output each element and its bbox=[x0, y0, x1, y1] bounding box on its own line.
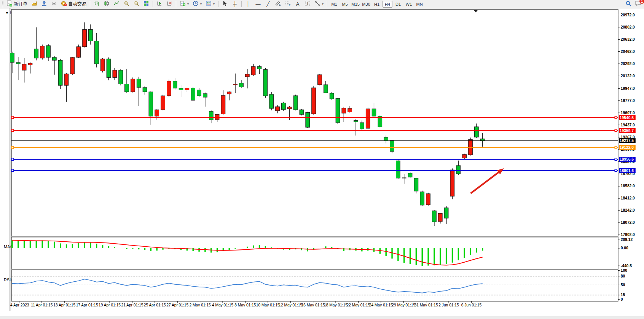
candle-body[interactable] bbox=[83, 30, 87, 47]
line-chart-mode-button[interactable] bbox=[112, 0, 121, 8]
tile-windows-button[interactable] bbox=[141, 0, 151, 8]
candle-body[interactable] bbox=[155, 110, 159, 116]
candle-body[interactable] bbox=[173, 81, 177, 88]
candle-body[interactable] bbox=[360, 123, 364, 129]
candle-body[interactable] bbox=[131, 79, 135, 92]
candle-body[interactable] bbox=[390, 140, 394, 152]
timeframe-button-h1[interactable]: H1 bbox=[372, 1, 382, 8]
candle-body[interactable] bbox=[420, 192, 424, 205]
candle-body[interactable] bbox=[209, 112, 213, 120]
candle-body[interactable] bbox=[287, 107, 292, 109]
candle-body[interactable] bbox=[70, 57, 75, 74]
candle-body[interactable] bbox=[330, 93, 334, 99]
candle-body[interactable] bbox=[100, 59, 105, 71]
vertical-line-tool-button[interactable]: │ bbox=[243, 0, 253, 8]
candle-body[interactable] bbox=[46, 46, 51, 57]
zoom-in-button[interactable] bbox=[121, 0, 131, 8]
candle-body[interactable] bbox=[342, 108, 346, 113]
chart-shift-button[interactable] bbox=[155, 0, 164, 8]
time-axis[interactable]: 4 Apr 202311 Apr 01:1513 Apr 01:1517 Apr… bbox=[10, 301, 481, 307]
candle-body[interactable] bbox=[263, 70, 268, 96]
text-tool-button[interactable]: A bbox=[293, 0, 303, 8]
candle-body[interactable] bbox=[137, 79, 141, 88]
hline-anchor[interactable] bbox=[615, 158, 617, 161]
chat-button[interactable]: 1 bbox=[635, 0, 642, 8]
channel-tool-button[interactable]: E bbox=[273, 0, 283, 8]
candle-body[interactable] bbox=[300, 110, 304, 115]
candle-body[interactable] bbox=[227, 92, 231, 94]
candle-body[interactable] bbox=[324, 85, 328, 93]
charts-button[interactable] bbox=[29, 0, 39, 8]
candle-body[interactable] bbox=[426, 194, 430, 205]
candle-body[interactable] bbox=[402, 178, 406, 178]
candle-body[interactable] bbox=[119, 70, 123, 84]
auto-trading-button[interactable]: 自动交易 bbox=[59, 0, 88, 8]
timeframe-button-w1[interactable]: W1 bbox=[404, 1, 414, 8]
timeframe-button-m30[interactable]: M30 bbox=[361, 1, 371, 8]
candle-body[interactable] bbox=[257, 67, 261, 69]
candle-body[interactable] bbox=[185, 88, 189, 90]
candle-body[interactable] bbox=[276, 107, 280, 111]
crosshair-tool-button[interactable]: ┼ bbox=[230, 0, 240, 8]
candle-body[interactable] bbox=[107, 59, 111, 78]
candle-body[interactable] bbox=[113, 70, 117, 78]
hline-anchor[interactable] bbox=[615, 147, 617, 149]
zoom-out-button[interactable] bbox=[131, 0, 141, 8]
candle-body[interactable] bbox=[414, 178, 418, 191]
periods-button[interactable]: ▾ bbox=[191, 0, 204, 8]
hline-anchor[interactable] bbox=[11, 169, 14, 172]
candle-body[interactable] bbox=[408, 173, 412, 177]
candle-body[interactable] bbox=[52, 57, 56, 61]
horizontal-line-tool-button[interactable]: — bbox=[253, 0, 263, 8]
candle-body[interactable] bbox=[149, 92, 153, 116]
candle-body[interactable] bbox=[64, 74, 69, 85]
hline-anchor[interactable] bbox=[11, 116, 14, 119]
candle-body[interactable] bbox=[143, 88, 147, 92]
signals-button[interactable] bbox=[49, 0, 59, 8]
candle-body[interactable] bbox=[161, 96, 165, 110]
candle-body[interactable] bbox=[22, 64, 26, 70]
candle-body[interactable] bbox=[354, 120, 358, 122]
trendline-tool-button[interactable]: ╱ bbox=[263, 0, 273, 8]
bar-chart-mode-button[interactable] bbox=[92, 0, 102, 8]
candle-body[interactable] bbox=[456, 166, 461, 174]
chart-canvas[interactable]: 20972.020802.020632.020462.020292.020122… bbox=[0, 8, 644, 319]
candle-body[interactable] bbox=[269, 94, 274, 108]
hline-anchor[interactable] bbox=[615, 116, 617, 119]
candle-body[interactable] bbox=[34, 49, 38, 58]
candle-body[interactable] bbox=[94, 41, 99, 64]
indicators-button[interactable]: ▾ bbox=[178, 0, 191, 8]
candle-body[interactable] bbox=[318, 75, 322, 85]
candle-body[interactable] bbox=[10, 53, 14, 62]
candle-body[interactable] bbox=[191, 88, 195, 100]
candle-body[interactable] bbox=[215, 114, 219, 120]
timeframe-button-m5[interactable]: M5 bbox=[340, 1, 350, 8]
hline-anchor[interactable] bbox=[615, 169, 617, 172]
timeframe-button-m15[interactable]: M15 bbox=[351, 1, 360, 8]
cursor-tool-button[interactable] bbox=[220, 0, 230, 8]
candle-body[interactable] bbox=[233, 84, 238, 85]
candle-body[interactable] bbox=[474, 127, 478, 137]
candle-body[interactable] bbox=[372, 109, 376, 116]
candle-body[interactable] bbox=[282, 103, 286, 109]
candle-body[interactable] bbox=[438, 214, 442, 222]
candle-body[interactable] bbox=[396, 161, 400, 178]
candle-body[interactable] bbox=[336, 99, 340, 123]
candle-body[interactable] bbox=[203, 94, 207, 97]
candle-body[interactable] bbox=[221, 96, 225, 114]
candle-body[interactable] bbox=[444, 208, 448, 218]
search-icon[interactable] bbox=[625, 0, 632, 8]
candle-body[interactable] bbox=[239, 83, 244, 87]
hline-anchor[interactable] bbox=[11, 129, 14, 132]
hline-anchor[interactable] bbox=[11, 147, 14, 149]
candle-body[interactable] bbox=[179, 88, 183, 90]
timeframe-button-mn[interactable]: MN bbox=[414, 1, 424, 8]
candle-body[interactable] bbox=[58, 60, 62, 85]
auto-scroll-button[interactable] bbox=[164, 0, 174, 8]
candle-body[interactable] bbox=[77, 47, 81, 57]
arrows-tool-button[interactable]: ▾ bbox=[312, 0, 325, 8]
candle-body[interactable] bbox=[40, 46, 45, 58]
candle-body[interactable] bbox=[89, 30, 93, 41]
candle-body[interactable] bbox=[462, 155, 467, 158]
text-label-tool-button[interactable]: T bbox=[303, 0, 312, 8]
